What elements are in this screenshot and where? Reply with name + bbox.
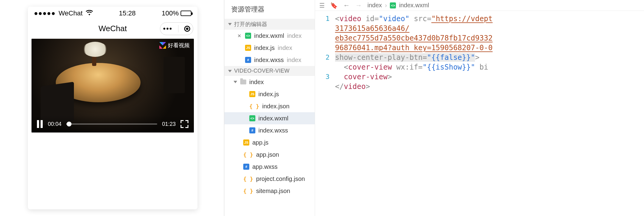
editor-panel: ☰ 🔖 ← → index › <> index.wxml 1 2 3 <vid… [315,0,644,216]
file-name: app.json [256,151,279,158]
nav-forward-button[interactable]: → [355,2,362,9]
bookmark-icon[interactable]: 🔖 [330,2,338,9]
wxss-file-icon: # [243,164,249,170]
nav-title: WeChat [98,24,127,33]
code-content[interactable]: <video id="video" src="https://vdept 317… [333,11,644,216]
line-number: 3 [315,72,330,91]
json-file-icon: { } [243,152,253,158]
wxml-file-icon: <> [249,115,255,121]
carrier-label: WeChat [58,9,82,17]
battery-icon [181,11,191,16]
file-name: project.config.json [256,175,305,182]
js-file-icon: JS [245,45,251,51]
file-name: app.wxss [252,163,277,170]
video-duration: 01:23 [162,121,176,127]
tree-file[interactable]: # app.wxss [224,161,315,173]
status-bar: ●●●●● WeChat 15:28 100% [28,7,198,20]
json-file-icon: { } [243,188,253,194]
json-file-icon: { } [243,176,253,182]
video-player[interactable]: 好看视频 00:04 01:23 [32,39,194,133]
file-name: app.js [252,139,268,146]
folder-name: index [249,79,264,86]
wxss-file-icon: # [249,127,255,133]
statusbar-time: 15:28 [119,9,136,17]
video-controls: 00:04 01:23 [32,116,194,133]
open-editor-item[interactable]: # index.wxss index [224,54,315,66]
open-editor-item[interactable]: JS index.js index [224,42,315,54]
pause-button[interactable] [37,120,43,128]
tree-folder[interactable]: index [224,76,315,88]
breadcrumb[interactable]: index › <> index.wxml [367,2,429,9]
capsule-buttons: ••• [160,22,193,35]
open-editors-header[interactable]: 打开的编辑器 [224,19,315,30]
line-number: 1 [315,14,330,53]
line-number: 2 [315,53,330,72]
chevron-down-icon [234,81,237,83]
file-name: index.json [262,103,290,110]
video-current-time: 00:04 [48,121,61,127]
tree-file[interactable]: JS app.js [224,136,315,149]
nav-bar: WeChat ••• [28,20,198,37]
nav-back-button[interactable]: ← [343,2,350,9]
breadcrumb-folder: index [367,2,382,9]
tree-file[interactable]: <> index.wxml [224,112,315,124]
file-dir: index [287,32,302,39]
tree-file[interactable]: { } index.json [224,100,315,112]
file-dir: index [278,44,292,51]
capsule-close-button[interactable] [184,26,190,32]
tree-file[interactable]: # index.wxss [224,124,315,136]
capsule-menu-button[interactable]: ••• [163,25,172,32]
battery-percent: 100% [162,9,179,17]
open-editor-item[interactable]: × <> index.wxml index [224,30,315,42]
editor-toolbar: ☰ 🔖 ← → index › <> index.wxml [315,0,644,11]
file-name: index.wxml [258,115,288,122]
video-watermark: 好看视频 [159,42,190,49]
wxss-file-icon: # [245,57,251,63]
explorer-title: 资源管理器 [224,0,315,19]
project-name: VIDEO-COVER-VIEW [234,68,290,74]
file-dir: index [287,57,301,64]
tree-file[interactable]: JS index.js [224,88,315,100]
wxml-file-icon: <> [245,33,251,39]
json-file-icon: { } [249,103,259,110]
chevron-right-icon: › [385,2,387,9]
fullscreen-button[interactable] [181,120,188,128]
open-editors-label: 打开的编辑器 [234,21,267,28]
signal-dots: ●●●●● [34,9,55,17]
folder-icon [240,80,246,84]
js-file-icon: JS [243,139,249,146]
js-file-icon: JS [249,91,255,97]
haokan-logo-icon [159,42,166,49]
file-name: index.wxml [254,32,284,39]
chevron-down-icon [228,70,232,72]
explorer-panel: 资源管理器 打开的编辑器 × <> index.wxml index JS in… [224,0,315,216]
device-frame: ●●●●● WeChat 15:28 100% WeChat ••• [28,7,198,209]
watermark-text: 好看视频 [168,42,190,49]
wxml-file-icon: <> [390,2,396,8]
video-progress-bar[interactable] [66,123,157,125]
list-icon[interactable]: ☰ [319,2,325,9]
tree-file[interactable]: { } project.config.json [224,173,315,185]
file-name: index.wxss [254,57,284,64]
file-name: index.wxss [258,127,288,134]
tree-file[interactable]: { } app.json [224,149,315,161]
close-icon[interactable]: × [237,32,242,39]
wifi-icon [86,9,93,17]
file-name: sitemap.json [256,188,290,195]
capsule-divider [178,25,178,32]
breadcrumb-file: index.wxml [399,2,429,9]
simulator-pane: ●●●●● WeChat 15:28 100% WeChat ••• [0,0,224,216]
file-name: index.js [254,44,275,51]
tree-file[interactable]: { } sitemap.json [224,185,315,197]
line-gutter: 1 2 3 [315,11,333,216]
code-editor[interactable]: 1 2 3 <video id="video" src="https://vde… [315,11,644,216]
file-name: index.js [258,91,279,98]
project-header[interactable]: VIDEO-COVER-VIEW [224,66,315,76]
chevron-down-icon [228,23,232,25]
